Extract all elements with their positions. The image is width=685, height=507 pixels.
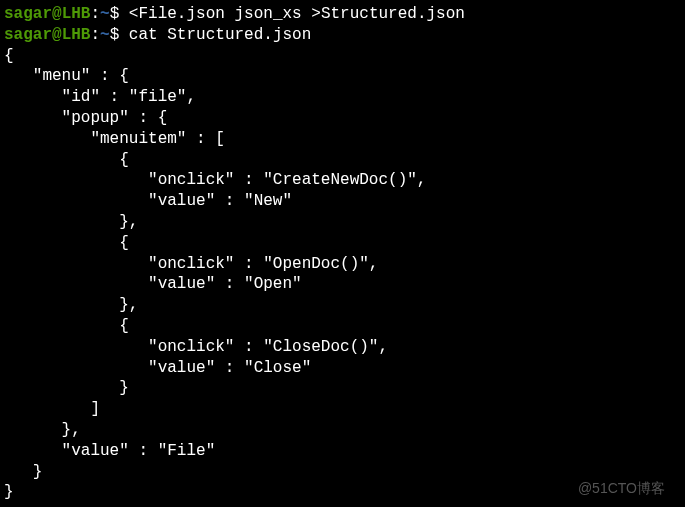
prompt-user: sagar bbox=[4, 26, 52, 44]
output-line: }, bbox=[4, 295, 681, 316]
command-2[interactable]: cat Structured.json bbox=[129, 26, 311, 44]
output-line: }, bbox=[4, 212, 681, 233]
prompt-dollar: $ bbox=[110, 26, 129, 44]
output-line: "onclick" : "OpenDoc()", bbox=[4, 254, 681, 275]
output-line: "menuitem" : [ bbox=[4, 129, 681, 150]
output-line: { bbox=[4, 46, 681, 67]
output-line: { bbox=[4, 150, 681, 171]
output-line: { bbox=[4, 233, 681, 254]
prompt-line-2: sagar@LHB:~$ cat Structured.json bbox=[4, 25, 681, 46]
output-line: ] bbox=[4, 399, 681, 420]
output-line: "value" : "File" bbox=[4, 441, 681, 462]
output-line: "onclick" : "CloseDoc()", bbox=[4, 337, 681, 358]
output-line: } bbox=[4, 378, 681, 399]
command-1[interactable]: <File.json json_xs >Structured.json bbox=[129, 5, 465, 23]
output-line: "popup" : { bbox=[4, 108, 681, 129]
output-line: "id" : "file", bbox=[4, 87, 681, 108]
output-line: "onclick" : "CreateNewDoc()", bbox=[4, 170, 681, 191]
prompt-path: ~ bbox=[100, 5, 110, 23]
prompt-path: ~ bbox=[100, 26, 110, 44]
prompt-host: LHB bbox=[62, 26, 91, 44]
prompt-line-1: sagar@LHB:~$ <File.json json_xs >Structu… bbox=[4, 4, 681, 25]
output-line: { bbox=[4, 316, 681, 337]
prompt-at: @ bbox=[52, 26, 62, 44]
output-line: "value" : "New" bbox=[4, 191, 681, 212]
prompt-colon: : bbox=[90, 5, 100, 23]
prompt-user: sagar bbox=[4, 5, 52, 23]
prompt-at: @ bbox=[52, 5, 62, 23]
output-line: "menu" : { bbox=[4, 66, 681, 87]
prompt-dollar: $ bbox=[110, 5, 129, 23]
output-line: "value" : "Close" bbox=[4, 358, 681, 379]
prompt-colon: : bbox=[90, 26, 100, 44]
watermark: @51CTO博客 bbox=[578, 479, 665, 497]
prompt-host: LHB bbox=[62, 5, 91, 23]
output-line: "value" : "Open" bbox=[4, 274, 681, 295]
output-line: }, bbox=[4, 420, 681, 441]
